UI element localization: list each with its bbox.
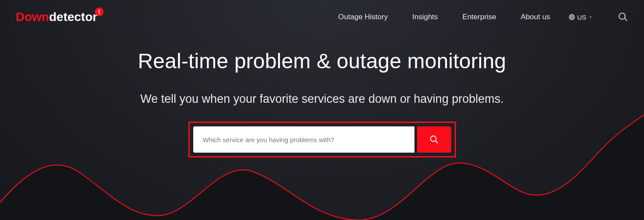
header-search-button[interactable] [618, 12, 628, 22]
region-selector[interactable]: US [568, 14, 593, 21]
svg-line-1 [435, 141, 438, 143]
nav-enterprise[interactable]: Enterprise [463, 13, 496, 21]
hero-title: Real-time problem & outage monitoring [0, 49, 644, 73]
search-icon [429, 135, 439, 144]
hero-subtitle: We tell you when your favorite services … [0, 91, 644, 108]
search-input[interactable] [193, 126, 414, 153]
nav-about-us[interactable]: About us [521, 13, 550, 21]
svg-point-0 [430, 136, 436, 142]
logo-text-detector: detector [49, 10, 97, 24]
hero: Real-time problem & outage monitoring We… [0, 49, 644, 157]
globe-icon [568, 14, 575, 21]
exclamation-icon: ! [95, 7, 104, 16]
nav-outage-history[interactable]: Outage History [338, 13, 388, 21]
search-gap [414, 126, 417, 153]
logo-text-down: Down [16, 10, 49, 24]
header: Downdetector ! Outage History Insights E… [0, 0, 644, 26]
nav-insights[interactable]: Insights [412, 13, 438, 21]
chevron-down-icon [588, 14, 593, 20]
region-label: US [577, 14, 586, 21]
search-container [188, 122, 456, 157]
search-button[interactable] [417, 126, 451, 153]
top-nav: Outage History Insights Enterprise About… [338, 12, 628, 22]
search-icon [618, 12, 628, 22]
logo[interactable]: Downdetector ! [16, 10, 97, 24]
